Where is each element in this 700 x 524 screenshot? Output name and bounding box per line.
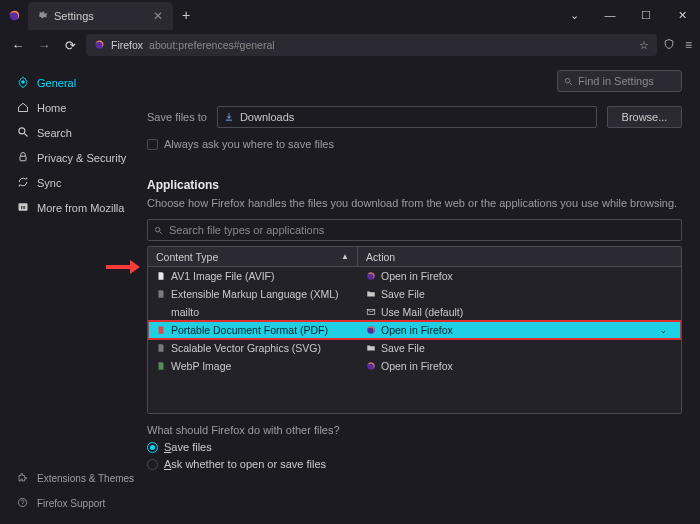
sidebar-bottom-extensions-themes[interactable]: Extensions & Themes bbox=[16, 466, 137, 491]
sidebar-item-general[interactable]: General bbox=[16, 70, 137, 95]
file-type-icon bbox=[156, 343, 166, 353]
action-icon bbox=[366, 289, 376, 299]
applications-subtitle: Choose how Firefox handles the files you… bbox=[147, 196, 682, 211]
svg-line-4 bbox=[24, 133, 27, 136]
checkbox-icon bbox=[147, 139, 158, 150]
download-icon bbox=[224, 112, 234, 122]
svg-rect-5 bbox=[20, 156, 26, 161]
bookmark-icon[interactable]: ☆ bbox=[639, 39, 649, 52]
file-type-icon bbox=[156, 361, 166, 371]
back-button[interactable]: ← bbox=[8, 38, 28, 53]
maximize-icon[interactable]: ☐ bbox=[628, 9, 664, 22]
main-panel: Find in Settings Save files to Downloads… bbox=[137, 60, 700, 524]
window-controls: ⌄ ― ☐ ✕ bbox=[556, 9, 700, 22]
address-bar[interactable]: Firefox about:preferences#general ☆ bbox=[86, 34, 657, 56]
radio-save-files[interactable]: Save files bbox=[147, 441, 682, 453]
table-row[interactable]: Portable Document Format (PDF)Open in Fi… bbox=[148, 321, 681, 339]
svg-text:m: m bbox=[20, 204, 25, 210]
action-icon bbox=[366, 343, 376, 353]
menu-icon[interactable]: ≡ bbox=[685, 38, 692, 53]
radio-ask[interactable]: Ask whether to open or save files bbox=[147, 458, 682, 470]
action-icon bbox=[366, 325, 376, 335]
minimize-icon[interactable]: ― bbox=[592, 9, 628, 22]
sidebar-item-privacy-security[interactable]: Privacy & Security bbox=[16, 145, 137, 170]
firefox-brand-icon bbox=[94, 39, 105, 52]
close-window-icon[interactable]: ✕ bbox=[664, 9, 700, 22]
action-icon bbox=[366, 307, 376, 317]
radio-on-icon bbox=[147, 442, 158, 453]
url-bar: ← → ⟳ Firefox about:preferences#general … bbox=[0, 30, 700, 60]
download-folder-field[interactable]: Downloads bbox=[217, 106, 597, 128]
sidebar-item-more-from-mozilla[interactable]: mMore from Mozilla bbox=[16, 195, 137, 220]
chevron-down-icon[interactable]: ⌄ bbox=[660, 326, 667, 335]
tab-label: Settings bbox=[54, 10, 94, 22]
moz-icon: m bbox=[16, 201, 29, 215]
titlebar: Settings ✕ + ⌄ ― ☐ ✕ bbox=[0, 0, 700, 30]
file-type-icon bbox=[156, 289, 166, 299]
search-icon bbox=[16, 126, 29, 140]
file-type-icon bbox=[156, 325, 166, 335]
sidebar-item-sync[interactable]: Sync bbox=[16, 170, 137, 195]
svg-point-11 bbox=[155, 227, 160, 232]
lock-icon bbox=[16, 151, 29, 165]
search-applications-input[interactable]: Search file types or applications bbox=[147, 219, 682, 241]
svg-line-12 bbox=[160, 232, 162, 234]
puzzle-icon bbox=[16, 472, 29, 485]
applications-heading: Applications bbox=[147, 178, 682, 192]
col-content-type[interactable]: Content Type ▲ bbox=[148, 247, 358, 266]
find-placeholder: Find in Settings bbox=[578, 75, 654, 87]
save-files-label: Save files to bbox=[147, 111, 207, 123]
sync-icon bbox=[16, 176, 29, 190]
file-type-icon bbox=[156, 271, 166, 281]
table-row[interactable]: Scalable Vector Graphics (SVG)Save File bbox=[148, 339, 681, 357]
close-icon[interactable]: ✕ bbox=[153, 9, 163, 23]
help-icon bbox=[16, 497, 29, 510]
table-row[interactable]: WebP ImageOpen in Firefox bbox=[148, 357, 681, 375]
shield-icon[interactable] bbox=[663, 38, 675, 53]
col-action[interactable]: Action bbox=[358, 247, 681, 266]
always-ask-checkbox[interactable]: Always ask you where to save files bbox=[147, 138, 682, 150]
sidebar-item-search[interactable]: Search bbox=[16, 120, 137, 145]
find-in-settings-input[interactable]: Find in Settings bbox=[557, 70, 682, 92]
svg-point-9 bbox=[565, 78, 570, 83]
sidebar-bottom-firefox-support[interactable]: Firefox Support bbox=[16, 491, 137, 516]
search-icon bbox=[154, 226, 163, 235]
sort-asc-icon: ▲ bbox=[341, 252, 349, 261]
table-row[interactable]: mailtoUse Mail (default) bbox=[148, 303, 681, 321]
gear-icon bbox=[16, 76, 29, 90]
radio-off-icon bbox=[147, 459, 158, 470]
table-row[interactable]: AV1 Image File (AVIF)Open in Firefox bbox=[148, 267, 681, 285]
svg-point-3 bbox=[18, 127, 24, 133]
svg-point-2 bbox=[21, 80, 24, 83]
sidebar-item-home[interactable]: Home bbox=[16, 95, 137, 120]
applications-table: Content Type ▲ Action AV1 Image File (AV… bbox=[147, 246, 682, 414]
search-icon bbox=[564, 77, 573, 86]
table-row[interactable]: Extensible Markup Language (XML)Save Fil… bbox=[148, 285, 681, 303]
reload-button[interactable]: ⟳ bbox=[60, 38, 80, 53]
browse-button[interactable]: Browse... bbox=[607, 106, 682, 128]
download-folder-name: Downloads bbox=[240, 111, 294, 123]
url-text: about:preferences#general bbox=[149, 39, 275, 51]
sidebar: GeneralHomeSearchPrivacy & SecuritySyncm… bbox=[0, 60, 137, 524]
forward-button: → bbox=[34, 38, 54, 53]
svg-line-10 bbox=[570, 82, 572, 84]
url-brand: Firefox bbox=[111, 39, 143, 51]
browser-tab[interactable]: Settings ✕ bbox=[28, 2, 173, 30]
chevron-down-icon[interactable]: ⌄ bbox=[556, 9, 592, 22]
action-icon bbox=[366, 271, 376, 281]
file-type-icon bbox=[156, 307, 166, 317]
home-icon bbox=[16, 101, 29, 115]
firefox-app-icon bbox=[0, 9, 28, 22]
other-files-question: What should Firefox do with other files? bbox=[147, 424, 682, 436]
gear-icon bbox=[38, 10, 48, 22]
action-icon bbox=[366, 361, 376, 371]
new-tab-button[interactable]: + bbox=[173, 7, 199, 23]
